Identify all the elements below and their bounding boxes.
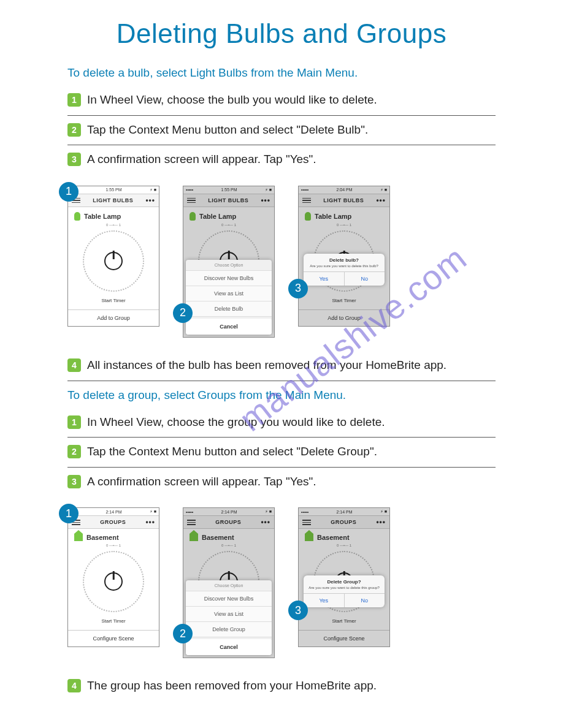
- configure-scene-button[interactable]: Configure Scene: [299, 630, 389, 646]
- nav-title: GROUPS: [100, 519, 126, 525]
- confirm-alert: Delete bulb? Are you sure you want to de…: [304, 254, 385, 286]
- alert-title: Delete bulb?: [304, 254, 385, 264]
- context-menu-icon[interactable]: •••: [261, 197, 270, 204]
- group-screen-1: 1 •••••2:14 PM⚡︎ ■ GROUPS ••• Basement 0…: [67, 507, 159, 647]
- step-text: A confirmation screen will appear. Tap "…: [87, 474, 316, 490]
- context-menu-icon[interactable]: •••: [145, 518, 155, 526]
- statusbar: •••••2:04 PM⚡︎ ■: [299, 186, 389, 194]
- context-menu-icon[interactable]: •••: [145, 197, 155, 204]
- bulb-steps: 1 In Wheel View, choose the bulb you wou…: [67, 86, 496, 175]
- confirm-alert: Delete Group? Are you sure you want to d…: [304, 575, 385, 607]
- step-row: 4 All instances of the bulb has been rem…: [67, 351, 496, 381]
- statusbar: •••••1:55 PM⚡︎ ■: [68, 186, 159, 194]
- menu-icon[interactable]: [187, 520, 196, 525]
- menu-icon[interactable]: [302, 198, 311, 203]
- step-text: A confirmation screen will appear. Tap "…: [87, 151, 316, 167]
- group-steps: 1 In Wheel View, choose the group you wo…: [67, 408, 496, 497]
- power-icon[interactable]: [104, 252, 123, 270]
- phone-mock: •••••1:55 PM⚡︎ ■ LIGHT BULBS ••• Table L…: [183, 186, 275, 338]
- group-screen-3: 3 •••••2:14 PM⚡︎ ■ GROUPS ••• Basement 0…: [298, 507, 390, 647]
- navbar: GROUPS •••: [183, 515, 274, 529]
- alert-yes-button[interactable]: Yes: [304, 594, 345, 607]
- group-intro: To delete a group, select Groups from th…: [67, 389, 496, 402]
- sheet-title: Choose Option: [186, 260, 272, 271]
- callout-2: 2: [173, 303, 193, 323]
- bulb-icon: [190, 212, 196, 221]
- navbar: GROUPS •••: [68, 515, 159, 529]
- sheet-cancel[interactable]: Cancel: [186, 319, 272, 335]
- alert-title: Delete Group?: [304, 575, 385, 586]
- step-text: The group has been removed from your Hom…: [87, 678, 377, 694]
- context-menu-icon[interactable]: •••: [261, 518, 270, 526]
- slider[interactable]: 0 —•— 1: [68, 544, 159, 550]
- sheet-item[interactable]: View as List: [186, 286, 272, 301]
- alert-yes-button[interactable]: Yes: [304, 272, 345, 286]
- context-menu-icon[interactable]: •••: [376, 197, 386, 204]
- item-label: Table Lamp: [299, 207, 389, 223]
- slider[interactable]: 0 —•— 1: [183, 223, 274, 229]
- alert-msg: Are you sure you want to delete this gro…: [304, 586, 385, 593]
- slider[interactable]: 0 —•— 1: [299, 223, 389, 229]
- step-row: 4 The group has been removed from your H…: [67, 672, 496, 701]
- statusbar: •••••2:14 PM⚡︎ ■: [68, 508, 159, 515]
- alert-msg: Are you sure you want to delete this bul…: [304, 264, 385, 271]
- start-timer[interactable]: Start Timer: [68, 615, 159, 630]
- alert-no-button[interactable]: No: [345, 594, 385, 607]
- start-timer[interactable]: Start Timer: [299, 294, 389, 309]
- sheet-item-delete-group[interactable]: Delete Group: [186, 622, 272, 637]
- add-to-group-button[interactable]: Add to Group: [68, 309, 159, 326]
- power-icon[interactable]: [104, 572, 123, 591]
- statusbar: •••••1:55 PM⚡︎ ■: [183, 186, 274, 194]
- step-row: 1 In Wheel View, choose the bulb you wou…: [67, 86, 496, 116]
- sheet-item[interactable]: Discover New Bulbs: [186, 271, 272, 286]
- step-text: Tap the Context Menu button and select "…: [87, 122, 368, 138]
- bulb-icon: [74, 212, 80, 221]
- menu-icon[interactable]: [187, 198, 196, 203]
- navbar: LIGHT BULBS •••: [299, 194, 389, 207]
- slider[interactable]: 0 —•— 1: [299, 544, 389, 550]
- bulb-screen-3: 3 •••••2:04 PM⚡︎ ■ LIGHT BULBS ••• Table…: [298, 186, 390, 327]
- action-sheet: Choose Option Discover New Bulbs View as…: [186, 260, 272, 335]
- sheet-item[interactable]: Discover New Bulbs: [186, 591, 272, 607]
- alert-no-button[interactable]: No: [345, 272, 385, 286]
- slider[interactable]: 0 —•— 1: [68, 223, 159, 229]
- start-timer[interactable]: Start Timer: [68, 294, 159, 309]
- menu-icon[interactable]: [302, 520, 311, 525]
- house-icon: [190, 534, 198, 541]
- wheel[interactable]: [83, 230, 144, 292]
- navbar: GROUPS •••: [299, 515, 389, 529]
- bulb-steps-after: 4 All instances of the bulb has been rem…: [67, 351, 496, 381]
- house-icon: [305, 534, 313, 541]
- item-label: Basement: [299, 529, 389, 544]
- sheet-title: Choose Option: [186, 580, 272, 591]
- bulb-screenshots: 1 •••••1:55 PM⚡︎ ■ LIGHT BULBS ••• Table…: [67, 175, 496, 351]
- context-menu-icon[interactable]: •••: [376, 518, 386, 526]
- page-title: Deleting Bulbs and Groups: [0, 18, 563, 49]
- callout-1: 1: [59, 182, 79, 202]
- step-badge: 1: [67, 415, 81, 429]
- step-row: 3 A confirmation screen will appear. Tap…: [67, 468, 496, 497]
- start-timer[interactable]: Start Timer: [299, 615, 389, 630]
- add-to-group-button[interactable]: Add to Group: [299, 309, 389, 326]
- slider[interactable]: 0 —•— 1: [183, 544, 274, 550]
- step-badge: 4: [67, 679, 81, 692]
- sheet-item[interactable]: View as List: [186, 607, 272, 622]
- sheet-cancel[interactable]: Cancel: [186, 639, 272, 655]
- house-icon: [74, 534, 83, 541]
- sheet-item-delete-bulb[interactable]: Delete Bulb: [186, 301, 272, 317]
- nav-title: LIGHT BULBS: [93, 197, 133, 203]
- callout-3: 3: [288, 279, 308, 298]
- step-badge: 4: [67, 358, 81, 372]
- step-text: In Wheel View, choose the group you woul…: [87, 414, 385, 430]
- step-row: 1 In Wheel View, choose the group you wo…: [67, 408, 496, 438]
- configure-scene-button[interactable]: Configure Scene: [68, 630, 159, 646]
- navbar: LIGHT BULBS •••: [68, 194, 159, 207]
- item-label: Basement: [68, 529, 159, 544]
- step-badge: 1: [67, 93, 81, 107]
- nav-title: GROUPS: [331, 519, 356, 525]
- group-screen-2: 2 •••••2:14 PM⚡︎ ■ GROUPS ••• Basement 0…: [183, 507, 275, 658]
- phone-mock: •••••2:04 PM⚡︎ ■ LIGHT BULBS ••• Table L…: [298, 186, 390, 327]
- group-steps-after: 4 The group has been removed from your H…: [67, 672, 496, 701]
- wheel[interactable]: [83, 551, 144, 612]
- item-label: Table Lamp: [68, 207, 159, 223]
